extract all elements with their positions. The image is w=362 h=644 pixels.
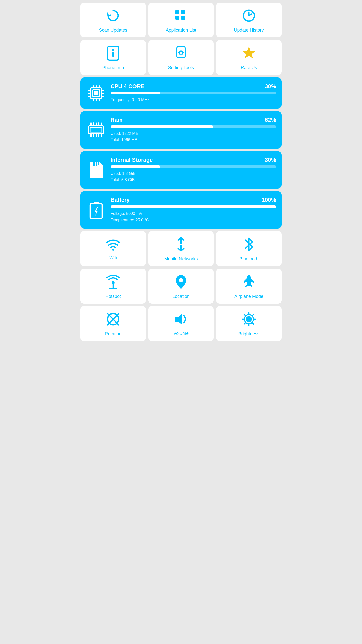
airplane-mode-card[interactable]: Airplane Mode	[216, 269, 282, 304]
battery-card[interactable]: Battery 100% Voltage: 5000 mV Temperatur…	[80, 191, 282, 229]
setting-tools-icon	[173, 46, 189, 63]
hotspot-icon	[105, 274, 121, 291]
battery-title: Battery	[111, 197, 130, 203]
cpu-percent: 30%	[265, 83, 276, 90]
top-row: Scan Updates Application List Update His…	[80, 3, 282, 37]
update-history-card[interactable]: Update History	[216, 3, 282, 37]
brightness-label: Brightness	[238, 331, 259, 337]
storage-percent: 30%	[265, 157, 276, 163]
storage-icon	[86, 161, 106, 179]
svg-rect-38	[93, 162, 95, 166]
rotation-icon	[106, 312, 121, 329]
settings-row1: Wifi Mobile Networks Bluetooth	[80, 231, 282, 266]
bluetooth-label: Bluetooth	[239, 256, 258, 262]
ram-title: Ram	[111, 117, 123, 123]
bluetooth-icon	[244, 237, 254, 254]
svg-line-64	[253, 314, 254, 315]
svg-rect-26	[88, 126, 104, 134]
svg-rect-40	[98, 162, 99, 165]
ram-content: Ram 62% Used: 1222 MB Total: 1966 MB	[111, 117, 276, 143]
brightness-card[interactable]: Brightness	[216, 306, 282, 341]
location-card[interactable]: Location	[148, 269, 214, 304]
phone-info-card[interactable]: Phone Info	[80, 40, 146, 75]
scan-updates-icon	[106, 8, 121, 25]
update-history-icon	[241, 8, 256, 25]
scan-updates-card[interactable]: Scan Updates	[80, 3, 146, 37]
ram-icon	[86, 121, 106, 139]
svg-rect-2	[175, 16, 179, 20]
airplane-mode-label: Airplane Mode	[234, 294, 263, 299]
scan-updates-label: Scan Updates	[99, 28, 127, 33]
battery-detail2: Temperature: 25.0 °C	[111, 217, 276, 223]
cpu-progress-bg	[111, 92, 276, 94]
location-label: Location	[172, 294, 190, 299]
settings-row3: Rotation Volume	[80, 306, 282, 341]
svg-marker-10	[242, 47, 255, 59]
battery-progress-bg	[111, 205, 276, 208]
wifi-icon	[106, 238, 121, 253]
svg-rect-27	[90, 128, 102, 132]
storage-progress-bg	[111, 165, 276, 168]
storage-detail1: Used: 1.8 GiB	[111, 170, 276, 177]
rotation-label: Rotation	[105, 331, 121, 337]
brightness-icon	[241, 312, 256, 329]
svg-point-44	[112, 249, 114, 251]
storage-progress-fill	[111, 165, 160, 168]
application-list-card[interactable]: Application List	[148, 3, 214, 37]
svg-rect-8	[177, 47, 185, 58]
rate-us-label: Rate Us	[241, 65, 257, 70]
ram-detail2: Total: 1966 MB	[111, 137, 276, 143]
cpu-detail1: Frequency: 0 - 0 MHz	[111, 97, 276, 103]
cpu-progress-fill	[111, 92, 160, 94]
battery-progress-fill	[111, 205, 276, 208]
svg-marker-54	[175, 314, 182, 325]
cpu-card[interactable]: CPU 4 CORE 30% Frequency: 0 - 0 MHz	[80, 77, 282, 109]
phone-info-label: Phone Info	[102, 65, 124, 70]
svg-rect-7	[112, 52, 114, 57]
second-row: Phone Info Setting Tools Rate Us	[80, 40, 282, 75]
update-history-label: Update History	[234, 28, 264, 33]
storage-card[interactable]: Internal Storage 30% Used: 1.8 GiB Total…	[80, 151, 282, 189]
cpu-title: CPU 4 CORE	[111, 83, 144, 90]
bluetooth-card[interactable]: Bluetooth	[216, 231, 282, 266]
mobile-networks-card[interactable]: Mobile Networks	[148, 231, 214, 266]
svg-point-50	[179, 278, 183, 282]
ram-percent: 62%	[265, 117, 276, 123]
volume-card[interactable]: Volume	[148, 306, 214, 341]
ram-card[interactable]: Ram 62% Used: 1222 MB Total: 1966 MB	[80, 111, 282, 149]
location-icon	[175, 274, 187, 291]
rate-us-card[interactable]: Rate Us	[216, 40, 282, 75]
mobile-networks-icon	[175, 237, 187, 254]
ram-detail1: Used: 1222 MB	[111, 130, 276, 137]
settings-row2: Hotspot Location Airplane Mode	[80, 269, 282, 304]
svg-rect-1	[181, 10, 185, 14]
cpu-icon	[86, 84, 106, 102]
mobile-networks-label: Mobile Networks	[164, 256, 198, 262]
storage-title: Internal Storage	[111, 157, 153, 163]
svg-rect-42	[94, 202, 99, 204]
airplane-mode-icon	[241, 274, 256, 291]
hotspot-label: Hotspot	[105, 294, 121, 299]
svg-line-65	[244, 323, 245, 324]
rotation-card[interactable]: Rotation	[80, 306, 146, 341]
svg-line-62	[244, 314, 245, 315]
battery-icon	[86, 201, 106, 219]
storage-content: Internal Storage 30% Used: 1.8 GiB Total…	[111, 157, 276, 183]
battery-detail1: Voltage: 5000 mV	[111, 210, 276, 217]
svg-rect-3	[181, 16, 185, 20]
svg-point-56	[246, 316, 252, 322]
hotspot-card[interactable]: Hotspot	[80, 269, 146, 304]
application-list-icon	[173, 8, 189, 25]
setting-tools-card[interactable]: Setting Tools	[148, 40, 214, 75]
ram-progress-fill	[111, 125, 213, 128]
ram-progress-bg	[111, 125, 276, 128]
storage-detail2: Total: 5.8 GiB	[111, 177, 276, 183]
volume-icon	[173, 312, 189, 328]
svg-rect-25	[94, 91, 98, 95]
wifi-card[interactable]: Wifi	[80, 231, 146, 266]
svg-line-63	[253, 323, 254, 324]
cpu-content: CPU 4 CORE 30% Frequency: 0 - 0 MHz	[111, 83, 276, 103]
phone-info-icon	[107, 46, 120, 63]
volume-label: Volume	[173, 331, 189, 336]
svg-rect-39	[96, 162, 97, 166]
